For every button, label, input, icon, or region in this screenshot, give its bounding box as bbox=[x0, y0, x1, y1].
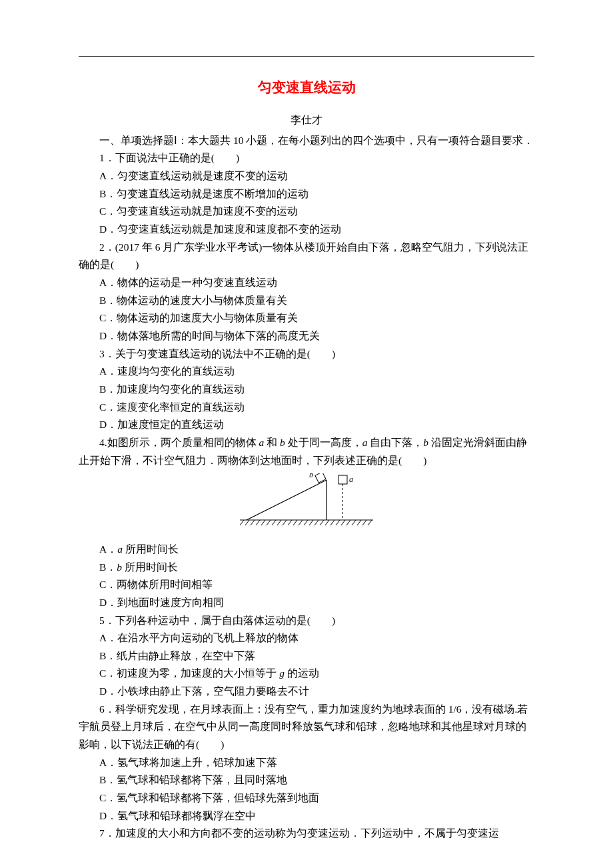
svg-line-27 bbox=[368, 520, 372, 525]
q4-figure: b a bbox=[79, 473, 534, 538]
fig-label-b: b bbox=[309, 473, 313, 479]
top-rule bbox=[79, 56, 534, 57]
document-page: 匀变速直线运动 李仕才 一、单项选择题Ⅰ：本大题共 10 小题，在每小题列出的四… bbox=[0, 0, 613, 868]
svg-line-5 bbox=[251, 520, 255, 525]
q4-option-d: D．到地面时速度方向相同 bbox=[79, 594, 534, 612]
svg-line-15 bbox=[304, 520, 308, 525]
q4-option-a: A．a 所用时间长 bbox=[79, 541, 534, 559]
q1-option-c: C．匀变速直线运动就是加速度不变的运动 bbox=[79, 203, 534, 221]
svg-line-0 bbox=[247, 480, 326, 520]
svg-line-9 bbox=[272, 520, 276, 525]
incline-diagram-icon: b a bbox=[240, 473, 373, 532]
q4-option-b: B．b 所用时间长 bbox=[79, 559, 534, 577]
q2-option-a: A．物体的运动是一种匀变速直线运动 bbox=[79, 274, 534, 292]
svg-line-11 bbox=[283, 520, 287, 525]
svg-line-4 bbox=[245, 520, 249, 525]
svg-line-24 bbox=[352, 520, 356, 525]
q4-var-b2: b bbox=[423, 437, 428, 448]
q6-option-b: B．氢气球和铅球都将下落，且同时落地 bbox=[79, 771, 534, 789]
q2-stem: 2．(2017 年 6 月广东学业水平考试)一物体从楼顶开始自由下落，忽略空气阻… bbox=[79, 239, 534, 274]
doc-title: 匀变速直线运动 bbox=[79, 75, 534, 99]
q4-stem-pre: 4.如图所示，两个质量相同的物体 bbox=[99, 437, 259, 448]
q2-option-d: D．物体落地所需的时间与物体下落的高度无关 bbox=[79, 327, 534, 345]
q4-stem-mid3: 自由下落， bbox=[367, 437, 423, 448]
q5-c-post: 的运动 bbox=[285, 667, 319, 679]
q5-stem: 5．下列各种运动中，属于自由落体运动的是( ) bbox=[79, 612, 534, 630]
svg-line-21 bbox=[336, 520, 340, 525]
q1-option-d: D．匀变速直线运动就是加速度和速度都不变的运动 bbox=[79, 221, 534, 239]
svg-line-20 bbox=[330, 520, 334, 525]
section-intro: 一、单项选择题Ⅰ：本大题共 10 小题，在每小题列出的四个选项中，只有一项符合题… bbox=[79, 132, 534, 150]
svg-line-18 bbox=[320, 520, 324, 525]
q4-a-pre: A． bbox=[99, 543, 117, 555]
svg-line-8 bbox=[267, 520, 271, 525]
q4-a-post: 所用时间长 bbox=[123, 543, 179, 555]
q7-stem: 7．加速度的大小和方向都不变的运动称为匀变速运动．下列运动中，不属于匀变速运 bbox=[79, 825, 534, 843]
q3-option-b: B．加速度均匀变化的直线运动 bbox=[79, 381, 534, 399]
q2-option-b: B．物体运动的速度大小与物体质量有关 bbox=[79, 292, 534, 310]
q6-option-a: A．氢气球将加速上升，铅球加速下落 bbox=[79, 754, 534, 772]
q3-option-a: A．速度均匀变化的直线运动 bbox=[79, 363, 534, 381]
q5-option-d: D．小铁球由静止下落，空气阻力要略去不计 bbox=[79, 683, 534, 701]
q4-stem-mid2: 处于同一高度， bbox=[285, 437, 362, 448]
svg-line-19 bbox=[325, 520, 329, 525]
q5-option-c: C．初速度为零，加速度的大小恒等于 g 的运动 bbox=[79, 665, 534, 683]
q4-b-post: 所用时间长 bbox=[122, 561, 178, 573]
q3-option-c: C．速度变化率恒定的直线运动 bbox=[79, 399, 534, 417]
svg-line-14 bbox=[299, 520, 303, 525]
q4-a-var: a bbox=[117, 543, 123, 555]
svg-line-23 bbox=[346, 520, 350, 525]
q5-option-b: B．纸片由静止释放，在空中下落 bbox=[79, 647, 534, 665]
svg-line-10 bbox=[277, 520, 281, 525]
q1-option-a: A．匀变速直线运动就是速度不变的运动 bbox=[79, 167, 534, 185]
q3-option-d: D．加速度恒定的直线运动 bbox=[79, 416, 534, 434]
svg-line-16 bbox=[309, 520, 313, 525]
svg-line-22 bbox=[341, 520, 345, 525]
q4-b-pre: B． bbox=[99, 561, 117, 573]
q1-stem: 1．下面说法中正确的是( ) bbox=[79, 149, 534, 167]
q4-stem: 4.如图所示，两个质量相同的物体 a 和 b 处于同一高度，a 自由下落，b 沿… bbox=[79, 434, 534, 469]
q4-var-b: b bbox=[280, 437, 285, 448]
svg-line-26 bbox=[362, 520, 366, 525]
q6-option-c: C．氢气球和铅球都将下落，但铅球先落到地面 bbox=[79, 789, 534, 807]
svg-line-6 bbox=[256, 520, 260, 525]
q1-option-b: B．匀变速直线运动就是速度不断增加的运动 bbox=[79, 185, 534, 203]
q4-stem-mid1: 和 bbox=[264, 437, 280, 448]
svg-line-7 bbox=[261, 520, 265, 525]
svg-line-13 bbox=[293, 520, 297, 525]
q3-stem: 3．关于匀变速直线运动的说法中不正确的是( ) bbox=[79, 345, 534, 363]
q6-option-d: D．氢气球和铅球都将飘浮在空中 bbox=[79, 807, 534, 825]
fig-label-a: a bbox=[349, 475, 353, 484]
svg-line-3 bbox=[240, 520, 244, 525]
q5-c-pre: C．初速度为零，加速度的大小恒等于 bbox=[99, 667, 279, 679]
q5-option-a: A．在沿水平方向运动的飞机上释放的物体 bbox=[79, 629, 534, 647]
q2-option-c: C．物体运动的加速度大小与物体质量有关 bbox=[79, 309, 534, 327]
q4-option-c: C．两物体所用时间相等 bbox=[79, 576, 534, 594]
svg-line-25 bbox=[357, 520, 361, 525]
q5-g-var: g bbox=[279, 667, 285, 679]
svg-line-17 bbox=[314, 520, 318, 525]
q4-b-var: b bbox=[117, 561, 122, 573]
svg-rect-29 bbox=[338, 475, 347, 484]
doc-author: 李仕才 bbox=[79, 111, 534, 129]
q6-stem: 6．科学研究发现，在月球表面上：没有空气，重力加速度约为地球表面的 1/6，没有… bbox=[79, 701, 534, 754]
page-number: 1 bbox=[79, 843, 534, 868]
svg-line-12 bbox=[288, 520, 292, 525]
